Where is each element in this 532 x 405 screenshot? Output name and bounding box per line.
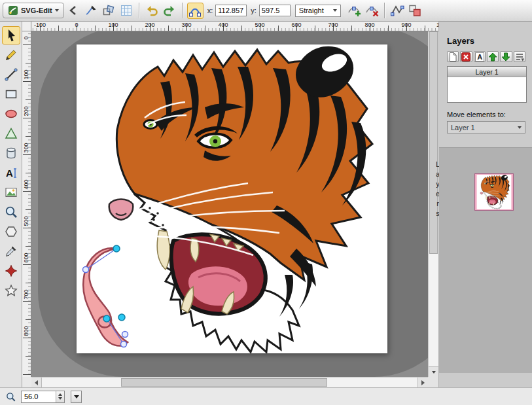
polygon-tool[interactable] [2, 222, 20, 241]
v-ruler-label: 100 [23, 64, 29, 85]
v-ruler-label: 200 [23, 101, 29, 122]
pencil-icon [4, 48, 18, 62]
arrow-right-icon [421, 380, 425, 385]
arrow-down-icon [501, 52, 511, 62]
delete-node-button[interactable] [364, 3, 380, 19]
cylinder-tool[interactable] [2, 144, 20, 162]
vertical-scrollbar-thumb[interactable] [429, 31, 438, 254]
v-ruler-label: 300 [23, 137, 29, 158]
v-ruler-label: 800 [23, 321, 29, 342]
rename-layer-button[interactable]: A [474, 51, 486, 62]
toolbar-separator [139, 3, 140, 18]
layer-row[interactable]: Layer 1 [448, 67, 526, 77]
v-ruler-label: 500 [23, 211, 29, 232]
delete-layer-button[interactable] [460, 51, 472, 62]
scroll-right-button[interactable] [417, 378, 428, 387]
line-tool[interactable] [2, 65, 20, 84]
arrow-up-icon [488, 52, 498, 62]
y-input[interactable] [259, 5, 291, 16]
h-ruler-label: 800 [362, 22, 378, 28]
edit-source-button[interactable] [83, 3, 99, 19]
move-layer-select[interactable]: Layer 1 [447, 121, 525, 133]
delete-layer-icon [461, 52, 471, 62]
open-path-icon [390, 3, 404, 18]
select-arrow-icon [4, 28, 18, 43]
h-ruler-label: 700 [325, 22, 341, 28]
y-label: y: [251, 7, 257, 14]
hexagon-icon [4, 224, 18, 239]
text-tool[interactable]: A [2, 164, 20, 182]
h-ruler-label: 300 [179, 22, 194, 28]
add-subpath-button[interactable] [407, 3, 423, 19]
zoom-preset-dropdown[interactable] [71, 391, 82, 403]
add-subpath-icon [408, 3, 422, 18]
cylinder-icon [4, 146, 18, 160]
lower-layer-button[interactable] [500, 51, 512, 62]
pencil-tool[interactable] [2, 46, 20, 64]
layer-list: Layer 1 [447, 66, 527, 103]
grid-toggle-icon [120, 4, 133, 17]
star-tool[interactable] [2, 281, 20, 300]
drawing-workspace[interactable] [31, 31, 428, 377]
svg-text:A: A [477, 53, 482, 61]
svg-canvas[interactable] [77, 44, 387, 353]
logo-label: SVG-Edit [21, 7, 52, 14]
segment-type-select[interactable]: Straight [295, 5, 341, 17]
insert-node-button[interactable] [346, 3, 363, 19]
image-tool[interactable] [2, 183, 20, 202]
h-ruler-label: 900 [399, 22, 414, 28]
merge-layer-button[interactable] [514, 51, 525, 62]
preview-panel [439, 147, 532, 373]
link-control-points-icon [188, 4, 202, 17]
x-label: x: [207, 7, 213, 14]
link-control-points-button[interactable] [187, 3, 204, 19]
h-ruler-label: 500 [252, 22, 268, 28]
layers-title: Layers [447, 36, 525, 46]
rect-tool[interactable] [2, 85, 20, 103]
magnifier-icon [4, 205, 18, 219]
triangle-icon [4, 126, 18, 141]
grid-toggle-button[interactable] [118, 3, 135, 19]
new-layer-button[interactable] [447, 51, 459, 62]
main-menu-button[interactable]: SVG-Edit [3, 3, 64, 18]
ruler-corner [22, 22, 31, 31]
chevron-down-icon [518, 126, 522, 129]
horizontal-scrollbar-thumb[interactable] [121, 378, 327, 387]
chevron-down-icon [55, 9, 59, 12]
thumbnail-tiger-icon [476, 175, 512, 209]
canvas-content [77, 44, 387, 353]
zoom-input[interactable] [22, 393, 56, 400]
h-ruler-label: 100 [105, 22, 121, 28]
eyedropper-tool[interactable] [2, 242, 20, 260]
wireframe-button[interactable] [101, 3, 117, 19]
top-toolbar: SVG-Edit x: y: Straight [0, 0, 532, 22]
v-ruler-label: 400 [23, 174, 29, 195]
zoom-tool[interactable] [2, 203, 20, 221]
collapse-button[interactable] [65, 3, 82, 19]
select-tool[interactable] [2, 26, 20, 44]
scroll-down-button[interactable] [429, 366, 438, 377]
undo-button[interactable] [144, 3, 160, 19]
undo-icon [145, 4, 158, 17]
vertical-ruler: 0100200300400500600700800 [22, 31, 31, 377]
edit-source-icon [84, 4, 98, 17]
chevron-down-icon [74, 395, 79, 398]
arrow-left-icon [35, 380, 38, 385]
scroll-left-button[interactable] [31, 378, 42, 387]
new-layer-icon [448, 52, 458, 62]
ellipse-tool[interactable] [2, 105, 20, 123]
delete-node-icon [364, 3, 379, 18]
h-ruler-label: 200 [142, 22, 158, 28]
chevron-down-icon [333, 9, 337, 12]
shape-library-tool[interactable] [2, 262, 20, 280]
raise-layer-button[interactable] [487, 51, 499, 62]
path-tool[interactable] [2, 124, 20, 143]
zoom-spinner[interactable] [56, 391, 64, 402]
horizontal-ruler: -10001002003004005006007008009001000 [31, 22, 438, 31]
open-path-button[interactable] [389, 3, 406, 19]
v-ruler-label: 600 [23, 247, 29, 268]
horizontal-scrollbar[interactable] [31, 377, 428, 387]
redo-button[interactable] [162, 3, 178, 19]
x-input[interactable] [215, 5, 247, 16]
ellipse-icon [4, 107, 18, 121]
